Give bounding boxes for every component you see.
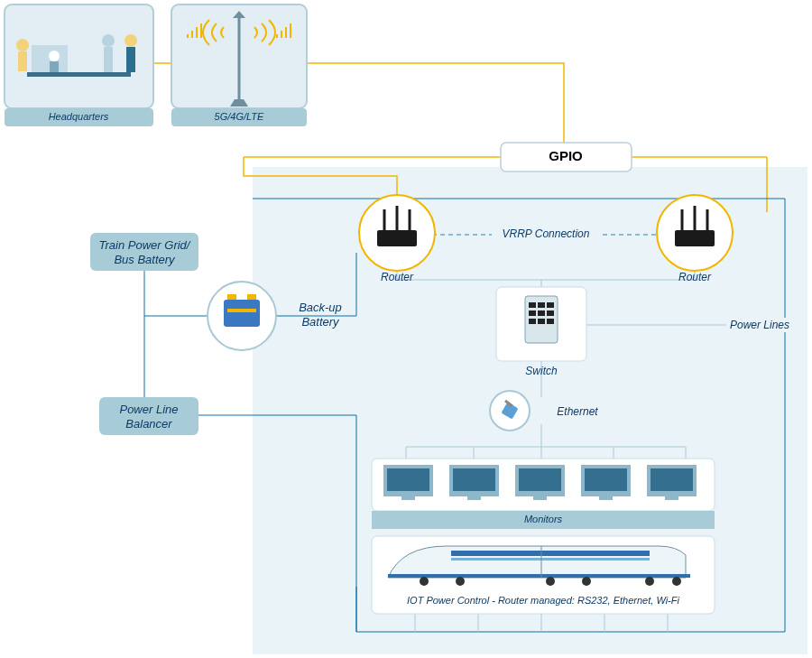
headquarters-node: Headquarters <box>5 5 153 126</box>
svg-rect-81 <box>547 319 554 324</box>
svg-text:Battery: Battery <box>301 315 340 329</box>
svg-text:Power Line: Power Line <box>119 403 178 416</box>
svg-rect-52 <box>227 294 236 300</box>
router-2-label: Router <box>678 271 712 283</box>
svg-rect-54 <box>227 309 256 312</box>
svg-rect-97 <box>585 468 627 491</box>
svg-point-107 <box>420 577 429 586</box>
vrrp-label: VRRP Connection <box>503 227 590 240</box>
svg-rect-73 <box>529 302 536 308</box>
svg-rect-61 <box>377 230 417 246</box>
svg-rect-33 <box>126 47 135 72</box>
svg-point-110 <box>582 577 591 586</box>
svg-point-112 <box>672 577 681 586</box>
monitor-icon <box>581 465 631 500</box>
monitor-icon <box>515 465 565 500</box>
svg-rect-74 <box>538 302 545 308</box>
headquarters-label: Headquarters <box>49 111 109 122</box>
svg-rect-75 <box>547 302 554 308</box>
svg-point-108 <box>456 577 465 586</box>
svg-rect-77 <box>538 310 545 316</box>
gpio-label: GPIO <box>549 148 583 163</box>
iot-label: IOT Power Control - Router managed: RS23… <box>407 595 679 606</box>
monitor-icon <box>647 465 697 500</box>
svg-text:Bus Battery: Bus Battery <box>114 253 176 266</box>
svg-point-26 <box>16 39 29 51</box>
router-icon <box>377 206 417 246</box>
switch-node <box>496 287 586 361</box>
svg-rect-92 <box>467 496 481 500</box>
monitor-icon <box>383 465 433 500</box>
svg-rect-79 <box>529 319 536 324</box>
svg-point-30 <box>102 34 115 47</box>
svg-rect-100 <box>651 468 693 491</box>
train-power-node: Train Power Grid/ Bus Battery <box>90 233 198 271</box>
svg-point-28 <box>49 51 60 61</box>
svg-rect-51 <box>224 300 260 327</box>
power-lines-label: Power Lines <box>730 319 789 331</box>
power-line-balancer-node: Power Line Balancer <box>99 397 198 435</box>
switch-icon <box>525 296 558 343</box>
monitors-label: Monitors <box>524 514 563 524</box>
svg-point-32 <box>125 34 137 47</box>
svg-rect-104 <box>451 551 650 556</box>
gpio-header: GPIO <box>501 143 632 171</box>
svg-point-109 <box>546 577 555 586</box>
svg-rect-98 <box>599 496 613 500</box>
svg-rect-95 <box>533 496 547 500</box>
svg-rect-66 <box>675 230 715 246</box>
switch-label: Switch <box>525 365 558 377</box>
router-2-node <box>657 195 733 271</box>
cell-tower-label: 5G/4G/LTE <box>215 111 264 122</box>
svg-rect-53 <box>247 294 256 300</box>
svg-rect-106 <box>388 574 690 578</box>
router-icon <box>675 206 715 246</box>
svg-rect-29 <box>50 61 59 72</box>
svg-rect-105 <box>451 558 650 561</box>
svg-rect-27 <box>18 51 27 71</box>
svg-rect-89 <box>401 496 415 500</box>
svg-rect-101 <box>665 496 678 500</box>
svg-rect-25 <box>27 72 131 77</box>
svg-rect-94 <box>519 468 561 491</box>
router-1-node <box>359 195 435 271</box>
svg-rect-88 <box>387 468 429 491</box>
svg-rect-31 <box>104 47 113 72</box>
ethernet-node <box>490 391 530 431</box>
svg-rect-78 <box>547 310 554 316</box>
svg-rect-91 <box>453 468 495 491</box>
svg-rect-76 <box>529 310 536 316</box>
svg-text:Train Power Grid/: Train Power Grid/ <box>99 238 191 252</box>
monitors-row <box>372 459 715 511</box>
router-1-label: Router <box>381 271 414 283</box>
svg-text:Back-up: Back-up <box>299 301 342 314</box>
cell-tower-node: 5G/4G/LTE <box>171 5 307 126</box>
svg-rect-80 <box>538 319 545 324</box>
svg-text:Balancer: Balancer <box>125 417 172 431</box>
svg-point-111 <box>645 577 654 586</box>
iot-train-node: IOT Power Control - Router managed: RS23… <box>372 536 715 614</box>
monitor-icon <box>449 465 499 500</box>
ethernet-label: Ethernet <box>557 405 598 418</box>
